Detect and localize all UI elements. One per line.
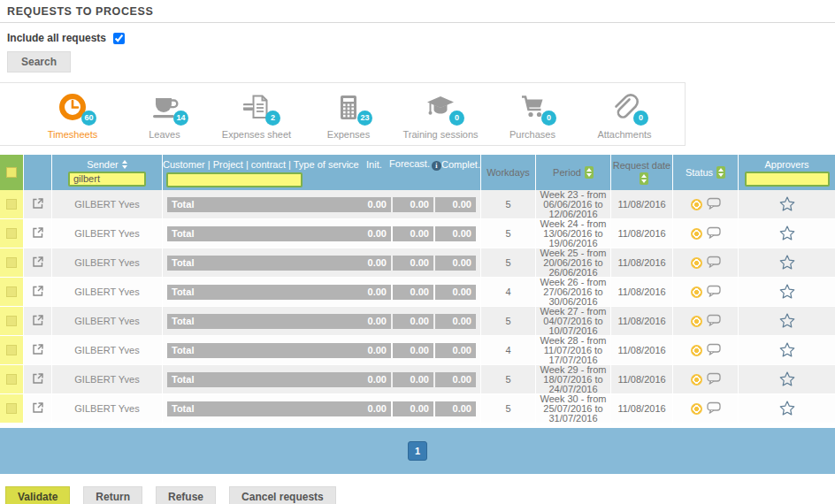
refuse-button[interactable]: Refuse (156, 486, 216, 504)
page-1-button[interactable]: 1 (408, 441, 427, 461)
approvers-filter-input[interactable] (745, 172, 830, 187)
search-button[interactable]: Search (7, 51, 71, 73)
requests-table: Sender Customer | Project | contract | T… (0, 155, 835, 424)
approver-star-icon[interactable] (779, 401, 795, 417)
open-request-icon[interactable] (32, 256, 44, 270)
approver-star-icon[interactable] (779, 313, 795, 330)
forecast-info-icon[interactable]: i (432, 161, 441, 171)
row-workdays: 4 (481, 278, 536, 306)
tabs: 60 Timesheets 14 Leaves 2 Expenses sheet… (0, 82, 686, 146)
status-pending-icon[interactable] (691, 403, 702, 415)
tab-leaves[interactable]: 14 Leaves (119, 91, 211, 140)
comment-bubble-icon[interactable] (707, 285, 721, 299)
approver-star-icon[interactable] (779, 284, 795, 301)
cancel-requests-button[interactable]: Cancel requests (229, 486, 336, 504)
customer-filter-input[interactable] (166, 172, 303, 187)
row-total-label: Total (172, 374, 194, 385)
status-sort-icon[interactable] (716, 166, 725, 179)
approver-star-icon[interactable] (779, 342, 795, 359)
complet-header-label: Complet. (441, 159, 480, 170)
row-checkbox[interactable] (6, 228, 17, 239)
open-request-icon[interactable] (32, 401, 44, 416)
header-sender: Sender (52, 155, 163, 190)
comment-bubble-icon[interactable] (707, 226, 721, 241)
row-checkbox[interactable] (6, 199, 17, 210)
tab-expenses[interactable]: 23 Expenses (303, 91, 395, 140)
row-workdays: 4 (481, 336, 536, 364)
period-sort-icon[interactable] (585, 166, 594, 179)
row-totals-cell: Total 0.00 0.00 0.00 (163, 219, 481, 248)
approver-star-icon[interactable] (779, 225, 795, 242)
tab-timesheets[interactable]: 60 Timesheets (27, 91, 119, 140)
comment-bubble-icon[interactable] (707, 343, 721, 357)
row-status-cell (673, 365, 739, 393)
open-request-icon[interactable] (32, 314, 44, 328)
sender-filter-input[interactable] (68, 172, 146, 187)
request-date-sort-icon[interactable] (640, 172, 648, 185)
header-open-column (24, 155, 52, 190)
status-pending-icon[interactable] (691, 345, 702, 356)
include-all-checkbox[interactable] (113, 33, 125, 44)
coffee-cup-icon: 14 (148, 91, 181, 125)
status-pending-icon[interactable] (691, 199, 702, 210)
row-checkbox[interactable] (6, 403, 17, 414)
table-body: GILBERT Yves Total 0.00 0.00 0.00 5 Week… (0, 190, 835, 424)
tab-training-sessions[interactable]: 0 Training sessions (395, 91, 486, 140)
open-request-icon[interactable] (32, 197, 44, 211)
approver-star-icon[interactable] (779, 196, 795, 213)
tab-attachments[interactable]: 0 Attachments (578, 91, 670, 140)
row-status-cell (673, 248, 739, 277)
comment-bubble-icon[interactable] (707, 197, 721, 211)
select-all-checkbox[interactable] (6, 167, 17, 178)
row-select-cell (0, 248, 24, 277)
status-pending-icon[interactable] (691, 257, 702, 269)
comment-bubble-icon[interactable] (707, 401, 721, 416)
open-request-icon[interactable] (32, 285, 44, 299)
row-period: Week 25 - from 20/06/2016 to 26/06/2016 (536, 248, 611, 277)
row-forecast-value: 0.00 (393, 372, 433, 387)
approver-star-icon[interactable] (779, 255, 795, 271)
approvers-header-label: Approvers (764, 159, 808, 170)
comment-bubble-icon[interactable] (707, 256, 721, 270)
approver-star-icon[interactable] (779, 371, 795, 388)
row-workdays: 5 (481, 190, 536, 218)
comment-bubble-icon[interactable] (707, 314, 721, 328)
row-sender: GILBERT Yves (52, 190, 163, 218)
tab-count-badge: 2 (265, 111, 280, 126)
row-checkbox[interactable] (6, 345, 17, 355)
status-pending-icon[interactable] (691, 286, 702, 298)
validate-button[interactable]: Validate (5, 486, 70, 504)
comment-bubble-icon[interactable] (707, 372, 721, 386)
row-request-date: 11/08/2016 (611, 365, 673, 393)
status-pending-icon[interactable] (691, 316, 702, 327)
status-pending-icon[interactable] (691, 228, 702, 240)
header-workdays: Workdays (481, 155, 536, 190)
requests-to-process-page: REQUESTS TO PROCESS Include all requests… (0, 0, 835, 504)
row-checkbox[interactable] (6, 257, 17, 268)
open-request-icon[interactable] (32, 226, 44, 241)
tab-purchases[interactable]: 0 Purchases (486, 91, 578, 140)
row-sender: GILBERT Yves (52, 278, 163, 306)
status-pending-icon[interactable] (691, 374, 702, 386)
tab-expenses-sheet[interactable]: 2 Expenses sheet (211, 91, 303, 140)
row-request-date: 11/08/2016 (611, 278, 673, 306)
total-bar: Total 0.00 (167, 372, 391, 387)
row-checkbox[interactable] (6, 374, 17, 385)
total-bar: Total 0.00 (167, 401, 391, 416)
tab-label: Leaves (119, 129, 211, 140)
row-complet-value: 0.00 (435, 343, 476, 358)
paperclip-icon: 0 (608, 91, 641, 125)
sender-sort-icon[interactable] (122, 160, 127, 169)
return-button[interactable]: Return (83, 486, 142, 504)
total-bar: Total 0.00 (167, 314, 391, 329)
open-request-icon[interactable] (32, 372, 44, 386)
open-request-icon[interactable] (32, 343, 44, 357)
table-row: GILBERT Yves Total 0.00 0.00 0.00 5 Week… (0, 365, 835, 394)
row-checkbox[interactable] (6, 316, 17, 326)
row-period: Week 27 - from 04/07/2016 to 10/07/2016 (536, 307, 611, 335)
row-workdays: 5 (481, 248, 536, 277)
row-select-cell (0, 278, 24, 306)
table-row: GILBERT Yves Total 0.00 0.00 0.00 5 Week… (0, 219, 835, 248)
title-bar: REQUESTS TO PROCESS (0, 0, 835, 23)
row-checkbox[interactable] (6, 286, 17, 297)
